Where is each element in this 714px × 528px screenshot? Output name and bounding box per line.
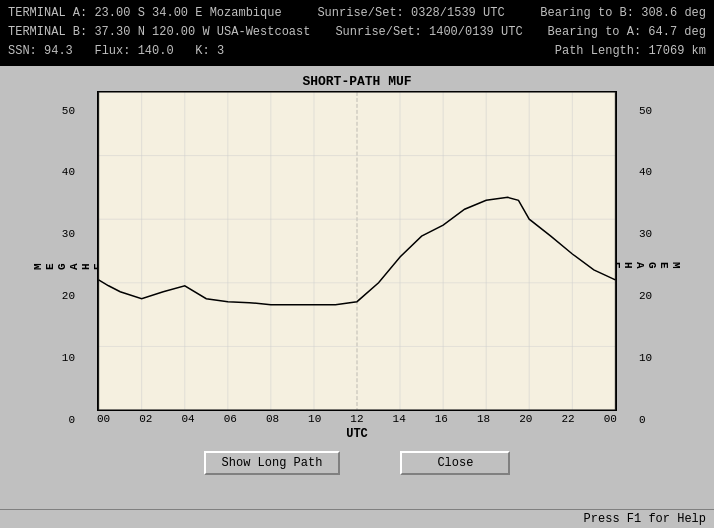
path-length: Path Length: 17069 km (555, 42, 706, 61)
terminal-a-coords: 23.00 S 34.00 E Mozambique (94, 6, 281, 20)
terminal-b-label: TERMINAL B: (8, 25, 87, 39)
show-long-path-button[interactable]: Show Long Path (204, 451, 341, 475)
terminal-b-coords: 37.30 N 120.00 W USA-Westcoast (94, 25, 310, 39)
chart-and-xaxis: 00 02 04 06 08 10 12 14 16 18 20 22 00 U… (97, 91, 617, 441)
terminal-b-info: TERMINAL B: 37.30 N 120.00 W USA-Westcoa… (8, 23, 310, 42)
chart-svg (97, 91, 617, 411)
chart-container: 50 40 30 20 10 0 M E G A H E R T Z (8, 91, 706, 441)
help-text: Press F1 for Help (584, 512, 706, 526)
x-axis-labels: 00 02 04 06 08 10 12 14 16 18 20 22 00 (97, 413, 617, 425)
k-value: 3 (217, 44, 224, 58)
buttons-container: Show Long Path Close (8, 451, 706, 475)
chart-wrap: 50 40 30 20 10 0 M E G A H E R T Z (62, 91, 652, 441)
utc-label: UTC (97, 427, 617, 441)
main: SHORT-PATH MUF 50 40 30 20 10 0 M E G A … (0, 66, 714, 479)
y-axis-label-left: M E G A H E R T Z (77, 106, 95, 426)
chart-title: SHORT-PATH MUF (8, 74, 706, 89)
terminal-a-label: TERMINAL A: (8, 6, 87, 20)
y-axis-label-right: M E G A H E R T Z (619, 106, 637, 426)
terminal-b-sunrise: Sunrise/Set: 1400/0139 UTC (335, 23, 522, 42)
close-button[interactable]: Close (400, 451, 510, 475)
bearing-to-b: Bearing to B: 308.6 deg (540, 4, 706, 23)
ssn-value: 94.3 (44, 44, 73, 58)
header-line3: SSN: 94.3 Flux: 140.0 K: 3 Path Length: … (8, 42, 706, 61)
header: TERMINAL A: 23.00 S 34.00 E Mozambique S… (0, 0, 714, 66)
header-line2: TERMINAL B: 37.30 N 120.00 W USA-Westcoa… (8, 23, 706, 42)
ssn-info: SSN: 94.3 Flux: 140.0 K: 3 (8, 42, 224, 61)
status-bar: Press F1 for Help (0, 509, 714, 528)
bearing-to-a: Bearing to A: 64.7 deg (548, 23, 706, 42)
flux-value: 140.0 (138, 44, 174, 58)
y-ticks-right: 50 40 30 20 10 0 (639, 106, 652, 426)
terminal-a-info: TERMINAL A: 23.00 S 34.00 E Mozambique (8, 4, 282, 23)
terminal-a-sunrise: Sunrise/Set: 0328/1539 UTC (317, 4, 504, 23)
header-line1: TERMINAL A: 23.00 S 34.00 E Mozambique S… (8, 4, 706, 23)
